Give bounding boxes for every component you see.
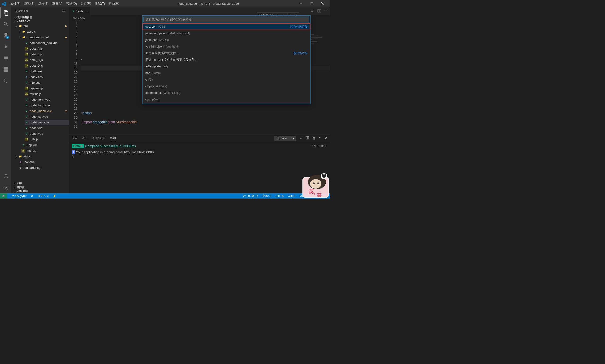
- file-item[interactable]: Vnode.vue: [25, 125, 69, 131]
- svg-rect-0: [300, 3, 302, 4]
- search-icon[interactable]: [0, 18, 11, 30]
- file-editorconfig[interactable]: ›⚙.editorconfig: [15, 165, 69, 171]
- terminal-selector[interactable]: 1: node: [274, 136, 296, 141]
- problems-status[interactable]: ⊘ 0 ⚠ 0: [37, 194, 49, 198]
- file-item[interactable]: JSdata_B.js: [25, 52, 69, 57]
- file-item[interactable]: JSutils.js: [25, 137, 69, 142]
- minimize-button[interactable]: [296, 0, 306, 7]
- split-terminal-icon[interactable]: [306, 136, 309, 140]
- menu-help[interactable]: 帮助(H): [107, 0, 121, 7]
- problems-tab[interactable]: 问题: [72, 135, 77, 141]
- extensions-icon[interactable]: [0, 64, 11, 75]
- file-babelrc[interactable]: ›⚙.babelrc: [15, 159, 69, 165]
- new-terminal-icon[interactable]: ＋: [299, 136, 302, 140]
- explorer-icon[interactable]: [0, 7, 11, 18]
- chevron-up-icon[interactable]: ⌃: [319, 136, 321, 140]
- menu-terminal[interactable]: 终端(T): [93, 0, 107, 7]
- more-icon[interactable]: ⋯: [62, 10, 65, 13]
- menu-go[interactable]: 转到(G): [64, 0, 79, 7]
- quickpick-item[interactable]: c(C): [142, 76, 310, 83]
- quickpick-item[interactable]: 新建"ns-front"文件夹的代码片段文件...: [142, 56, 310, 63]
- svg-rect-5: [320, 10, 321, 12]
- account-icon[interactable]: [0, 171, 11, 182]
- quickpick-input[interactable]: [143, 16, 309, 23]
- file-item[interactable]: JSdata_A.js: [25, 46, 69, 52]
- file-item[interactable]: Vdraft.vue: [25, 68, 69, 74]
- openeditors-header[interactable]: ›打开的编辑器: [11, 15, 69, 19]
- file-item[interactable]: JSdata_C.js: [25, 57, 69, 63]
- menu-run[interactable]: 运行(R): [79, 0, 93, 7]
- file-item[interactable]: Vnode_loop.vue: [25, 103, 69, 108]
- menu-file[interactable]: 文件(F): [9, 0, 23, 7]
- svg-point-3: [5, 187, 7, 188]
- file-item[interactable]: JSdata_D.js: [25, 63, 69, 68]
- file-item[interactable]: JSjsplumb.js: [25, 86, 69, 91]
- more-icon[interactable]: ⋯: [324, 9, 328, 13]
- close-icon[interactable]: ✕: [324, 136, 327, 140]
- menu-view[interactable]: 查看(V): [50, 0, 64, 7]
- tslint-status[interactable]: TSLint: Warnin: [308, 194, 328, 198]
- file-item[interactable]: Vinfo.vue: [25, 80, 69, 86]
- lang-status[interactable]: Vue: [299, 194, 305, 198]
- indent-status[interactable]: 空格: 2: [262, 194, 272, 198]
- compare-icon[interactable]: [310, 9, 314, 13]
- quickpick-item[interactable]: csharp(C#): [142, 103, 310, 104]
- file-item[interactable]: VApp.vue: [18, 142, 69, 148]
- quickpick-item[interactable]: arttemplate(art): [142, 63, 310, 70]
- file-item[interactable]: Vpanel.vue: [25, 131, 69, 137]
- terminal-body[interactable]: 下午1:58:33 DONE Compiled successfully in …: [69, 142, 330, 193]
- file-item[interactable]: JSmixins.js: [25, 91, 69, 97]
- workspace-header[interactable]: ⌄NS-FRONT: [11, 19, 69, 23]
- file-item[interactable]: #index.css: [25, 74, 69, 80]
- terminal-tab[interactable]: 终端: [110, 135, 116, 141]
- close-button[interactable]: [317, 0, 328, 7]
- encoding-status[interactable]: UTF-8: [275, 194, 284, 198]
- folder-components[interactable]: ⌄📁components \ ef: [18, 35, 69, 40]
- file-item[interactable]: Vnode_seq.vue: [25, 120, 69, 125]
- remote-icon[interactable]: [0, 52, 11, 64]
- quickpick-item[interactable]: json.json(JSON): [142, 37, 310, 43]
- goto-icon[interactable]: [0, 75, 11, 87]
- file-item[interactable]: JSmain.js: [18, 148, 69, 154]
- quickpick-item[interactable]: bat(Batch): [142, 70, 310, 76]
- file-item[interactable]: Vcomponent_add.vue: [25, 40, 69, 46]
- quickpick-item[interactable]: vue-html.json(Vue-html): [142, 43, 310, 50]
- statusbar: ⎇ dev-yym* ⟳ ⊘ 0 ⚠ 0 ⚡ 行 29, 列 17 空格: 2 …: [0, 193, 330, 198]
- activity-bar: 2: [0, 7, 11, 193]
- quickpick-item[interactable]: javascript.json(Babel JavaScript): [142, 30, 310, 37]
- file-item[interactable]: Vnode_sel.vue: [25, 114, 69, 120]
- file-item[interactable]: Vnode_form.vue: [25, 97, 69, 103]
- quickpick-item[interactable]: cpp(C++): [142, 96, 310, 103]
- scm-icon[interactable]: 2: [0, 30, 11, 41]
- sidebar-title: 资源管理器: [15, 10, 28, 13]
- settings-icon[interactable]: [0, 182, 11, 193]
- run-icon[interactable]: [0, 41, 11, 52]
- broadcast-icon[interactable]: ⚡: [52, 194, 57, 198]
- remote-status[interactable]: [0, 193, 7, 198]
- folder-static[interactable]: ›📁static: [15, 154, 69, 159]
- folder-src[interactable]: ⌄📁src: [15, 23, 69, 29]
- menu-select[interactable]: 选择(S): [36, 0, 50, 7]
- output-tab[interactable]: 输出: [82, 135, 88, 141]
- window-title: node_seq.vue - ns-front - Visual Studio …: [121, 2, 296, 5]
- npm-header[interactable]: ›NPM 脚本: [11, 189, 69, 193]
- maximize-button[interactable]: [306, 0, 317, 7]
- outline-header[interactable]: ›大纲: [11, 181, 69, 185]
- git-branch[interactable]: ⎇ dev-yym*: [10, 194, 27, 198]
- folder-assets[interactable]: ›📁assets: [18, 29, 69, 35]
- file-item[interactable]: Vnode_menu.vueM: [25, 108, 69, 114]
- quickpick-item[interactable]: coffeescript(CoffeeScript): [142, 90, 310, 96]
- split-icon[interactable]: [317, 9, 321, 13]
- quickpick-item[interactable]: css.json(CSS)现有代码片段: [142, 23, 310, 30]
- cursor-position[interactable]: 行 29, 列 17: [242, 194, 259, 198]
- quickpick-item[interactable]: 新建全局代码片段文件...新代码片段: [142, 50, 310, 56]
- timeline-header[interactable]: ›时间线: [11, 185, 69, 189]
- trash-icon[interactable]: 🗑: [312, 136, 315, 140]
- menu-edit[interactable]: 编辑(E): [23, 0, 36, 7]
- tab-active[interactable]: V node_...: [69, 7, 90, 15]
- quickpick-item[interactable]: clojure(Clojure): [142, 83, 310, 90]
- debug-tab[interactable]: 调试控制台: [92, 135, 106, 141]
- eol-status[interactable]: CRLF: [287, 194, 296, 198]
- sync-status[interactable]: ⟳: [30, 194, 34, 198]
- done-badge: DONE: [72, 144, 84, 148]
